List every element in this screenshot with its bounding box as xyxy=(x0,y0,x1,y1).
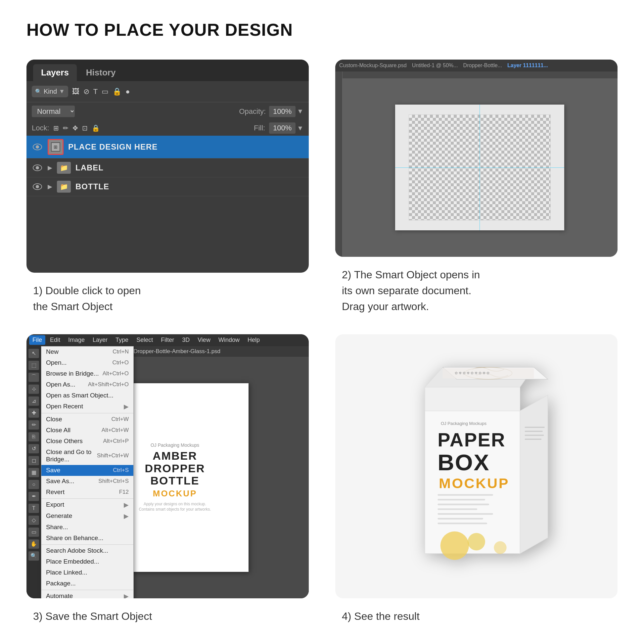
eye-icon-3[interactable] xyxy=(32,182,43,191)
svg-rect-13 xyxy=(437,508,477,510)
tab-layers[interactable]: Layers xyxy=(33,64,77,81)
tab-history[interactable]: History xyxy=(78,64,124,81)
svg-rect-12 xyxy=(437,503,489,505)
menu-item-place-linked[interactable]: Place Linked... xyxy=(41,567,133,578)
layer-icon-image: 🖼 xyxy=(72,87,79,96)
menu-3d[interactable]: 3D xyxy=(179,335,193,345)
menu-view[interactable]: View xyxy=(194,335,214,345)
svg-point-17 xyxy=(440,531,469,560)
tool-lasso[interactable]: ⌒ xyxy=(28,373,39,382)
menu-item-place-embedded[interactable]: Place Embedded... xyxy=(41,556,133,567)
layer-row-label[interactable]: ▶ 📁 LABEL xyxy=(26,159,309,177)
tool-text[interactable]: T xyxy=(28,504,39,513)
ps-tab-3[interactable]: Dropper-Bottle... xyxy=(463,63,502,69)
ps-tab-1[interactable]: Custom-Mockup-Square.psd xyxy=(339,63,407,69)
menu-item-open[interactable]: Open...Ctrl+O xyxy=(41,357,133,368)
svg-rect-22 xyxy=(525,435,544,436)
opacity-chevron-icon: ▼ xyxy=(297,108,303,115)
menu-select[interactable]: Select xyxy=(133,335,156,345)
tool-crop[interactable]: ⊹ xyxy=(28,385,39,394)
content-tab-2[interactable]: Dropper-Bottle-Amber-Glass-1.psd xyxy=(130,347,224,356)
tool-path[interactable]: ◇ xyxy=(28,516,39,525)
layer-name-label: LABEL xyxy=(75,163,104,172)
menu-layer[interactable]: Layer xyxy=(89,335,111,345)
svg-point-18 xyxy=(468,533,485,550)
search-kind-box[interactable]: 🔍 Kind ▼ xyxy=(32,86,68,97)
tool-marquee[interactable]: ⬚ xyxy=(28,361,39,370)
caption-1: 1) Double click to openthe Smart Object xyxy=(26,283,148,314)
svg-text:MOCKUP: MOCKUP xyxy=(439,475,509,491)
blend-mode-select[interactable]: Normal xyxy=(32,106,75,117)
svg-text:PAPER: PAPER xyxy=(437,429,506,450)
menu-item-package[interactable]: Package... xyxy=(41,578,133,589)
menu-item-recent[interactable]: Open Recent▶ xyxy=(41,401,133,412)
menu-edit[interactable]: Edit xyxy=(47,335,64,345)
lock-icon-move: ✥ xyxy=(72,124,78,132)
menu-item-generate[interactable]: Generate▶ xyxy=(41,511,133,522)
page-title: HOW TO PLACE YOUR DESIGN xyxy=(26,20,618,40)
fill-chevron-icon: ▼ xyxy=(297,124,303,132)
tool-history-brush[interactable]: ↺ xyxy=(28,444,39,453)
ps-file-screenshot: File Edit Image Layer Type Select Filter… xyxy=(26,334,309,598)
tool-shape[interactable]: ▭ xyxy=(28,528,39,537)
tool-gradient[interactable]: ▦ xyxy=(28,468,39,477)
menu-type[interactable]: Type xyxy=(112,335,132,345)
tool-pen[interactable]: ✒ xyxy=(28,492,39,501)
svg-rect-10 xyxy=(437,494,493,496)
fill-input[interactable] xyxy=(269,122,296,134)
menu-item-save[interactable]: SaveCtrl+S xyxy=(41,465,133,476)
folder-icon-bottle: 📁 xyxy=(57,181,71,193)
opacity-input[interactable] xyxy=(269,106,296,117)
menu-filter[interactable]: Filter xyxy=(158,335,177,345)
menu-item-close[interactable]: CloseCtrl+W xyxy=(41,414,133,425)
menu-file[interactable]: File xyxy=(29,335,45,345)
layer-row-place-design[interactable]: ⊞ PLACE DESIGN HERE xyxy=(26,136,309,159)
menu-item-save-as[interactable]: Save As...Shift+Ctrl+S xyxy=(41,476,133,487)
menu-item-automate[interactable]: Automate▶ xyxy=(41,591,133,598)
tool-hand[interactable]: ✋ xyxy=(28,539,39,549)
file-dropdown-menu: NewCtrl+N Open...Ctrl+O Browse in Bridge… xyxy=(41,346,134,598)
menu-image[interactable]: Image xyxy=(65,335,88,345)
menu-item-revert[interactable]: RevertF12 xyxy=(41,487,133,498)
layer-row-bottle[interactable]: ▶ 📁 BOTTLE xyxy=(26,177,309,196)
ps-guide-h xyxy=(395,167,565,168)
menu-item-new[interactable]: NewCtrl+N xyxy=(41,346,133,357)
layer-thumb-smart-obj: ⊞ xyxy=(48,139,64,155)
lock-icon-crop: ⊡ xyxy=(82,124,88,132)
caption-4: 4) See the result xyxy=(335,608,426,624)
ps-tab-2[interactable]: Untitled-1 @ 50%... xyxy=(412,63,458,69)
menu-item-bridge[interactable]: Browse in Bridge...Alt+Ctrl+O xyxy=(41,368,133,379)
eye-icon-2[interactable] xyxy=(32,163,43,172)
menu-item-close-others[interactable]: Close OthersAlt+Ctrl+P xyxy=(41,436,133,447)
svg-rect-21 xyxy=(525,431,543,432)
layer-name-place-design: PLACE DESIGN HERE xyxy=(68,142,158,152)
steps-grid: Layers History 🔍 Kind ▼ 🖼 ⊘ T ▭ xyxy=(26,60,618,624)
ps-tab-active[interactable]: Layer 1111111... xyxy=(507,63,548,69)
lock-label: Lock: xyxy=(32,124,49,132)
menu-window[interactable]: Window xyxy=(215,335,243,345)
tool-eraser[interactable]: ◻ xyxy=(28,456,39,465)
menu-help[interactable]: Help xyxy=(244,335,263,345)
menu-item-close-bridge[interactable]: Close and Go to Bridge...Shift+Ctrl+W xyxy=(41,447,133,465)
tool-select[interactable]: ↖ xyxy=(28,349,39,358)
tool-zoom[interactable]: 🔍 xyxy=(28,551,39,561)
lock-icon-all: 🔒 xyxy=(92,124,100,132)
eye-icon-1[interactable] xyxy=(32,142,43,152)
folder-arrow-bottle: ▶ xyxy=(48,183,52,190)
tool-clone[interactable]: ⎘ xyxy=(28,432,39,441)
svg-text:BOX: BOX xyxy=(437,449,490,475)
menu-item-export[interactable]: Export▶ xyxy=(41,499,133,511)
tool-dodge[interactable]: ○ xyxy=(28,480,39,489)
tool-heal[interactable]: ✚ xyxy=(28,408,39,418)
menu-item-close-all[interactable]: Close AllAlt+Ctrl+W xyxy=(41,425,133,436)
kind-chevron-icon: ▼ xyxy=(59,88,65,95)
tool-brush[interactable]: ✏ xyxy=(28,420,39,430)
ps-top-bar: Custom-Mockup-Square.psd Untitled-1 @ 50… xyxy=(335,60,618,71)
tool-eyedrop[interactable]: ⊿ xyxy=(28,396,39,406)
menu-item-smart[interactable]: Open as Smart Object... xyxy=(41,390,133,401)
menu-item-share[interactable]: Share... xyxy=(41,522,133,533)
menu-item-behance[interactable]: Share on Behance... xyxy=(41,533,133,544)
menu-item-adobe-stock[interactable]: Search Adobe Stock... xyxy=(41,545,133,556)
menu-item-open-as[interactable]: Open As...Alt+Shift+Ctrl+O xyxy=(41,379,133,390)
page-container: HOW TO PLACE YOUR DESIGN Layers History … xyxy=(0,0,644,644)
